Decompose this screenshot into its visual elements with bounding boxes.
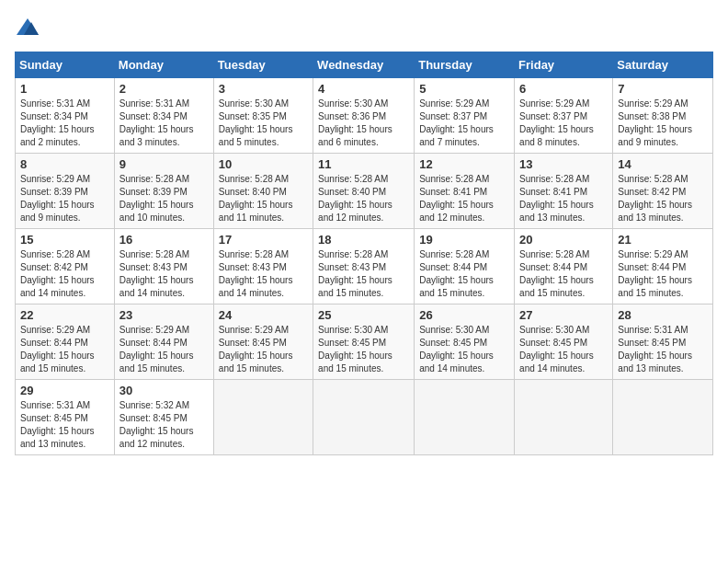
day-number: 19 bbox=[419, 233, 509, 247]
calendar-cell: 16 Sunrise: 5:28 AMSunset: 8:43 PMDaylig… bbox=[114, 229, 213, 304]
calendar-cell: 28 Sunrise: 5:31 AMSunset: 8:45 PMDaylig… bbox=[613, 304, 713, 380]
day-number: 2 bbox=[119, 82, 209, 96]
calendar-cell: 22 Sunrise: 5:29 AMSunset: 8:44 PMDaylig… bbox=[16, 304, 115, 380]
calendar-cell: 23 Sunrise: 5:29 AMSunset: 8:44 PMDaylig… bbox=[114, 304, 213, 380]
day-info: Sunrise: 5:30 AMSunset: 8:35 PMDaylight:… bbox=[219, 98, 308, 149]
calendar-week-row: 29 Sunrise: 5:31 AMSunset: 8:45 PMDaylig… bbox=[16, 380, 713, 455]
calendar-cell: 14 Sunrise: 5:28 AMSunset: 8:42 PMDaylig… bbox=[613, 154, 713, 229]
day-number: 22 bbox=[20, 308, 109, 322]
calendar-cell: 11 Sunrise: 5:28 AMSunset: 8:40 PMDaylig… bbox=[313, 154, 415, 229]
day-number: 23 bbox=[119, 308, 209, 322]
day-number: 3 bbox=[219, 82, 308, 96]
calendar-cell: 24 Sunrise: 5:29 AMSunset: 8:45 PMDaylig… bbox=[213, 304, 313, 380]
calendar-cell bbox=[613, 380, 713, 455]
day-info: Sunrise: 5:28 AMSunset: 8:43 PMDaylight:… bbox=[318, 248, 409, 300]
day-info: Sunrise: 5:28 AMSunset: 8:44 PMDaylight:… bbox=[519, 248, 608, 300]
calendar-week-row: 22 Sunrise: 5:29 AMSunset: 8:44 PMDaylig… bbox=[16, 304, 713, 380]
calendar-header-wednesday: Wednesday bbox=[313, 52, 415, 78]
day-number: 10 bbox=[219, 157, 308, 171]
calendar-cell bbox=[313, 380, 415, 455]
calendar-cell: 10 Sunrise: 5:28 AMSunset: 8:40 PMDaylig… bbox=[213, 154, 313, 229]
calendar-cell: 6 Sunrise: 5:29 AMSunset: 8:37 PMDayligh… bbox=[515, 78, 613, 154]
day-info: Sunrise: 5:31 AMSunset: 8:45 PMDaylight:… bbox=[20, 399, 109, 451]
day-number: 24 bbox=[219, 308, 308, 322]
calendar-cell: 26 Sunrise: 5:30 AMSunset: 8:45 PMDaylig… bbox=[415, 304, 515, 380]
calendar-table: SundayMondayTuesdayWednesdayThursdayFrid… bbox=[15, 52, 713, 455]
day-info: Sunrise: 5:30 AMSunset: 8:45 PMDaylight:… bbox=[318, 324, 409, 375]
calendar-cell: 9 Sunrise: 5:28 AMSunset: 8:39 PMDayligh… bbox=[114, 154, 213, 229]
day-info: Sunrise: 5:28 AMSunset: 8:44 PMDaylight:… bbox=[419, 248, 509, 300]
calendar-header-tuesday: Tuesday bbox=[213, 52, 313, 78]
day-number: 9 bbox=[119, 157, 209, 171]
calendar-week-row: 1 Sunrise: 5:31 AMSunset: 8:34 PMDayligh… bbox=[16, 78, 713, 154]
calendar-cell bbox=[515, 380, 613, 455]
day-number: 20 bbox=[519, 233, 608, 247]
calendar-cell: 5 Sunrise: 5:29 AMSunset: 8:37 PMDayligh… bbox=[415, 78, 515, 154]
day-info: Sunrise: 5:29 AMSunset: 8:45 PMDaylight:… bbox=[219, 324, 308, 375]
day-info: Sunrise: 5:28 AMSunset: 8:42 PMDaylight:… bbox=[618, 173, 708, 224]
calendar-cell: 1 Sunrise: 5:31 AMSunset: 8:34 PMDayligh… bbox=[16, 78, 115, 154]
day-info: Sunrise: 5:29 AMSunset: 8:44 PMDaylight:… bbox=[119, 324, 209, 375]
day-number: 4 bbox=[318, 82, 409, 96]
day-number: 13 bbox=[519, 157, 608, 171]
day-number: 5 bbox=[419, 82, 509, 96]
calendar-header-sunday: Sunday bbox=[16, 52, 115, 78]
day-info: Sunrise: 5:28 AMSunset: 8:43 PMDaylight:… bbox=[219, 248, 308, 300]
day-number: 27 bbox=[519, 308, 608, 322]
calendar-cell: 7 Sunrise: 5:29 AMSunset: 8:38 PMDayligh… bbox=[613, 78, 713, 154]
calendar-cell: 8 Sunrise: 5:29 AMSunset: 8:39 PMDayligh… bbox=[16, 154, 115, 229]
day-info: Sunrise: 5:29 AMSunset: 8:44 PMDaylight:… bbox=[618, 248, 708, 300]
calendar-cell bbox=[415, 380, 515, 455]
day-number: 14 bbox=[618, 157, 708, 171]
day-number: 30 bbox=[119, 384, 209, 397]
page-header bbox=[15, 15, 713, 40]
day-info: Sunrise: 5:28 AMSunset: 8:41 PMDaylight:… bbox=[519, 173, 608, 224]
day-number: 15 bbox=[20, 233, 109, 247]
day-info: Sunrise: 5:31 AMSunset: 8:45 PMDaylight:… bbox=[618, 324, 708, 375]
calendar-cell: 3 Sunrise: 5:30 AMSunset: 8:35 PMDayligh… bbox=[213, 78, 313, 154]
calendar-cell: 18 Sunrise: 5:28 AMSunset: 8:43 PMDaylig… bbox=[313, 229, 415, 304]
calendar-cell: 12 Sunrise: 5:28 AMSunset: 8:41 PMDaylig… bbox=[415, 154, 515, 229]
day-number: 21 bbox=[618, 233, 708, 247]
day-info: Sunrise: 5:30 AMSunset: 8:36 PMDaylight:… bbox=[318, 98, 409, 149]
calendar-cell: 27 Sunrise: 5:30 AMSunset: 8:45 PMDaylig… bbox=[515, 304, 613, 380]
day-info: Sunrise: 5:29 AMSunset: 8:39 PMDaylight:… bbox=[20, 173, 109, 224]
day-number: 18 bbox=[318, 233, 409, 247]
calendar-week-row: 15 Sunrise: 5:28 AMSunset: 8:42 PMDaylig… bbox=[16, 229, 713, 304]
day-number: 7 bbox=[618, 82, 708, 96]
day-info: Sunrise: 5:32 AMSunset: 8:45 PMDaylight:… bbox=[119, 399, 209, 451]
day-info: Sunrise: 5:30 AMSunset: 8:45 PMDaylight:… bbox=[519, 324, 608, 375]
calendar-cell: 13 Sunrise: 5:28 AMSunset: 8:41 PMDaylig… bbox=[515, 154, 613, 229]
logo-icon bbox=[15, 15, 40, 40]
calendar-cell: 25 Sunrise: 5:30 AMSunset: 8:45 PMDaylig… bbox=[313, 304, 415, 380]
calendar-week-row: 8 Sunrise: 5:29 AMSunset: 8:39 PMDayligh… bbox=[16, 154, 713, 229]
day-number: 12 bbox=[419, 157, 509, 171]
day-number: 25 bbox=[318, 308, 409, 322]
day-info: Sunrise: 5:29 AMSunset: 8:37 PMDaylight:… bbox=[519, 98, 608, 149]
logo bbox=[15, 15, 44, 40]
calendar-cell: 20 Sunrise: 5:28 AMSunset: 8:44 PMDaylig… bbox=[515, 229, 613, 304]
day-info: Sunrise: 5:28 AMSunset: 8:39 PMDaylight:… bbox=[119, 173, 209, 224]
calendar-cell: 2 Sunrise: 5:31 AMSunset: 8:34 PMDayligh… bbox=[114, 78, 213, 154]
day-number: 6 bbox=[519, 82, 608, 96]
day-info: Sunrise: 5:28 AMSunset: 8:43 PMDaylight:… bbox=[119, 248, 209, 300]
calendar-header-saturday: Saturday bbox=[613, 52, 713, 78]
day-number: 1 bbox=[20, 82, 109, 96]
calendar-body: 1 Sunrise: 5:31 AMSunset: 8:34 PMDayligh… bbox=[16, 78, 713, 455]
day-info: Sunrise: 5:31 AMSunset: 8:34 PMDaylight:… bbox=[20, 98, 109, 149]
calendar-cell: 17 Sunrise: 5:28 AMSunset: 8:43 PMDaylig… bbox=[213, 229, 313, 304]
day-number: 29 bbox=[20, 384, 109, 397]
calendar-header-friday: Friday bbox=[515, 52, 613, 78]
day-number: 11 bbox=[318, 157, 409, 171]
day-number: 8 bbox=[20, 157, 109, 171]
day-number: 16 bbox=[119, 233, 209, 247]
day-info: Sunrise: 5:28 AMSunset: 8:40 PMDaylight:… bbox=[318, 173, 409, 224]
day-number: 17 bbox=[219, 233, 308, 247]
day-info: Sunrise: 5:29 AMSunset: 8:38 PMDaylight:… bbox=[618, 98, 708, 149]
calendar-cell bbox=[213, 380, 313, 455]
calendar-header-thursday: Thursday bbox=[415, 52, 515, 78]
calendar-cell: 30 Sunrise: 5:32 AMSunset: 8:45 PMDaylig… bbox=[114, 380, 213, 455]
day-info: Sunrise: 5:29 AMSunset: 8:37 PMDaylight:… bbox=[419, 98, 509, 149]
calendar-header-row: SundayMondayTuesdayWednesdayThursdayFrid… bbox=[16, 52, 713, 78]
day-info: Sunrise: 5:28 AMSunset: 8:40 PMDaylight:… bbox=[219, 173, 308, 224]
